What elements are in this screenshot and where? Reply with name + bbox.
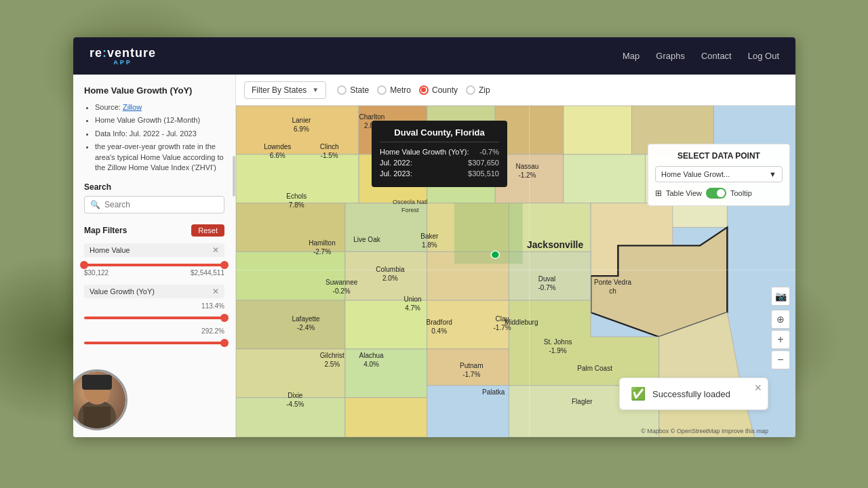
table-icon: ⊞ — [655, 188, 662, 198]
radio-zip[interactable]: Zip — [466, 85, 490, 95]
filter-tag-close[interactable]: ✕ — [212, 245, 219, 255]
toast-message: Successfully loaded — [652, 389, 730, 399]
tooltip-row-growth: Home Value Growth (YoY): -0.7% — [380, 148, 499, 156]
zoom-out-button[interactable]: − — [771, 350, 790, 369]
avatar-image — [73, 371, 125, 428]
pct-slider-fill — [84, 342, 224, 344]
tooltip-popup: Duval County, Florida Home Value Growth … — [372, 121, 507, 187]
svg-marker-10 — [564, 106, 632, 155]
svg-rect-4 — [82, 375, 112, 390]
success-icon: ✅ — [631, 386, 646, 401]
radio-inner-county — [421, 87, 426, 92]
tooltip-growth-val: -0.7% — [479, 148, 499, 156]
search-label: Search — [84, 182, 224, 192]
sidebar-info-list: Source: Zillow Home Value Growth (12-Mon… — [84, 102, 224, 173]
svg-marker-16 — [564, 155, 646, 203]
tooltip-2023-val: $305,510 — [468, 169, 499, 178]
home-value-slider: $30,122 $2,544,511 — [84, 264, 224, 277]
search-icon: 🔍 — [90, 200, 100, 209]
filter-tag-home-value: Home Value ✕ — [84, 243, 224, 257]
pct-slider-track — [84, 342, 224, 344]
nav-contact[interactable]: Contact — [701, 51, 732, 61]
filter-bar: Filter By States ▼ State Metro — [236, 75, 795, 106]
logo-subtitle: APP — [90, 59, 156, 66]
radio-circle-metro — [377, 85, 387, 95]
user-avatar — [73, 369, 127, 430]
radio-circle-state — [337, 85, 347, 95]
filter-tag-label: Home Value — [90, 246, 130, 254]
svg-marker-12 — [236, 155, 359, 203]
radio-state-label: State — [350, 85, 369, 95]
slider-min: $30,122 — [84, 269, 108, 277]
svg-marker-30 — [427, 300, 509, 349]
filter-tag-value-growth: Value Growth (YoY) ✕ — [84, 285, 224, 298]
svg-marker-29 — [345, 300, 427, 349]
svg-marker-25 — [345, 251, 427, 300]
svg-marker-18 — [236, 203, 345, 252]
filter-tag-growth-close[interactable]: ✕ — [212, 287, 219, 296]
pct-slider-thumb[interactable] — [220, 339, 229, 347]
nav-logout[interactable]: Log Out — [748, 51, 779, 61]
view-controls: ⊞ Table View Tooltip — [655, 188, 783, 199]
sidebar: Home Value Growth (YoY) Source: Zillow H… — [73, 75, 236, 437]
sidebar-info-data: Data Info: Jul. 2022 - Jul. 2023 — [95, 129, 224, 139]
reset-button[interactable]: Reset — [191, 224, 224, 237]
slider-track — [84, 264, 224, 266]
data-point-value: Home Value Growt... — [661, 170, 730, 178]
svg-marker-34 — [345, 349, 427, 398]
radio-metro-label: Metro — [390, 85, 411, 95]
search-box[interactable]: 🔍 — [84, 196, 224, 214]
select-data-point: SELECT DATA POINT Home Value Growt... ▼ … — [648, 144, 790, 206]
svg-marker-24 — [236, 251, 345, 300]
tooltip-label: Tooltip — [730, 189, 752, 197]
radio-group: State Metro County Zip — [337, 85, 490, 95]
growth-slider — [84, 317, 224, 319]
growth-slider-thumb[interactable] — [220, 314, 229, 322]
right-panel: SELECT DATA POINT Home Value Growt... ▼ … — [648, 144, 790, 211]
map-area[interactable]: Filter By States ▼ State Metro — [236, 75, 795, 437]
main-content: Home Value Growth (YoY) Source: Zillow H… — [73, 75, 795, 437]
map-filters-header: Map Filters Reset — [84, 224, 224, 237]
toast-close-button[interactable]: ✕ — [754, 382, 762, 393]
svg-marker-19 — [345, 203, 427, 252]
slider-labels: $30,122 $2,544,511 — [84, 269, 224, 277]
location-button[interactable]: ⊕ — [771, 310, 790, 329]
zoom-controls: 📷 ⊕ + − — [771, 287, 790, 369]
radio-metro[interactable]: Metro — [377, 85, 411, 95]
search-input[interactable] — [104, 200, 218, 209]
tooltip-2023-label: Jul. 2023: — [380, 169, 412, 178]
slider-thumb-left[interactable] — [80, 261, 88, 269]
slider-thumb-right[interactable] — [220, 261, 229, 269]
tooltip-2022-label: Jul. 2022: — [380, 159, 412, 167]
radio-county[interactable]: County — [419, 85, 458, 95]
app-frame: re:ventureAPP Map Graphs Contact Log Out… — [73, 37, 795, 437]
tooltip-county-name: Duval County, Florida — [380, 127, 499, 142]
slider-max: $2,544,511 — [191, 269, 224, 277]
data-point-dropdown[interactable]: Home Value Growt... ▼ — [655, 166, 783, 182]
camera-button[interactable]: 📷 — [771, 287, 790, 306]
filter-states-dropdown[interactable]: Filter By States ▼ — [244, 81, 326, 99]
sidebar-info-source: Source: Zillow — [95, 102, 224, 113]
data-dropdown-arrow: ▼ — [769, 170, 776, 178]
tooltip-toggle[interactable] — [706, 188, 726, 199]
svg-rect-2 — [83, 407, 111, 430]
radio-state[interactable]: State — [337, 85, 369, 95]
sidebar-info-desc: the year-over-year growth rate in the ar… — [95, 142, 224, 173]
zillow-link[interactable]: Zillow — [123, 103, 142, 111]
filter-states-label: Filter By States — [252, 85, 307, 95]
tooltip-2022-val: $307,650 — [468, 159, 499, 167]
tooltip-row-2023: Jul. 2023: $305,510 — [380, 169, 499, 178]
nav-links: Map Graphs Contact Log Out — [623, 51, 779, 61]
slider-fill — [84, 264, 224, 266]
logo: re:ventureAPP — [90, 46, 156, 66]
svg-marker-28 — [236, 300, 345, 349]
nav-graphs[interactable]: Graphs — [656, 51, 685, 61]
nav-map[interactable]: Map — [623, 51, 639, 61]
sidebar-info-growth: Home Value Growth (12-Month) — [95, 115, 224, 125]
map-background[interactable]: Lowndes6.6% Lanier6.9% Clinch-1.5% Charl… — [236, 106, 795, 437]
slider-pct-value: 292.2% — [84, 327, 224, 335]
zoom-in-button[interactable]: + — [771, 330, 790, 349]
growth-slider-fill — [84, 317, 224, 319]
radio-zip-label: Zip — [479, 85, 490, 95]
success-toast: ✅ Successfully loaded ✕ — [619, 378, 768, 410]
